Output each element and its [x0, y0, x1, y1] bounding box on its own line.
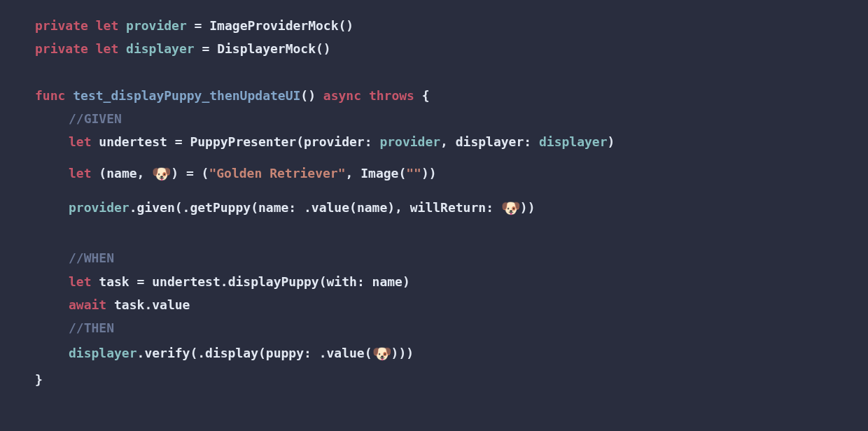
code-line: await task.value	[35, 293, 833, 316]
operator-assign: =	[167, 134, 190, 149]
type-image: Image	[360, 166, 398, 181]
code-line: private let displayer = DisplayerMock()	[35, 37, 833, 60]
code-line: provider.given(.getPuppy(name: .value(na…	[35, 195, 833, 223]
paren-close: )))	[391, 346, 414, 360]
string-literal-golden: "Golden Retriever"	[209, 166, 345, 181]
operator-assign: =	[195, 41, 218, 56]
keyword-let: let	[96, 18, 119, 33]
param-label-puppy: puppy	[266, 346, 304, 360]
paren-close: )	[402, 274, 410, 289]
paren-open: (	[296, 134, 304, 149]
method-given: given	[137, 200, 175, 215]
paren-close: ))	[421, 166, 437, 181]
identifier-task: task	[114, 297, 144, 312]
tuple-assign: ) = (	[171, 166, 209, 181]
code-line: displayer.verify(.display(puppy: .value(…	[35, 340, 833, 369]
code-editor[interactable]: private let provider = ImageProviderMock…	[35, 14, 833, 392]
arg-name: name	[372, 274, 402, 289]
type-displayermock: DisplayerMock	[217, 41, 316, 56]
param-label-displayer: displayer	[456, 134, 524, 149]
dog-emoji-icon: 🐶	[372, 345, 391, 362]
identifier-displayer: displayer	[126, 41, 195, 56]
identifier-provider: provider	[69, 200, 130, 215]
type-puppypresenter: PuppyPresenter	[190, 134, 296, 149]
operator-assign: =	[187, 18, 210, 33]
keyword-let: let	[96, 41, 119, 56]
dog-emoji-icon: 🐶	[501, 199, 520, 217]
identifier-undertest: undertest	[152, 274, 220, 289]
comment-given: //GIVEN	[69, 111, 122, 126]
param-label-name: name	[258, 200, 288, 215]
keyword-private: private	[35, 18, 88, 33]
operator-assign: =	[130, 274, 153, 289]
method-displaypuppy: displayPuppy	[228, 274, 319, 289]
param-value-provider: provider	[379, 134, 440, 149]
keyword-let: let	[69, 134, 92, 149]
var-name: name	[106, 166, 136, 181]
code-line: func test_displayPuppy_thenUpdateUI() as…	[35, 84, 833, 107]
code-line: //WHEN	[35, 246, 833, 269]
enum-value: value	[312, 200, 349, 215]
identifier-provider: provider	[126, 18, 187, 33]
paren-close: )	[608, 134, 615, 149]
paren-close: ))	[520, 200, 536, 215]
code-line: let undertest = PuppyPresenter(provider:…	[35, 130, 833, 153]
parens: ()	[339, 18, 354, 33]
spacing	[35, 154, 833, 160]
code-line: //GIVEN	[35, 107, 833, 130]
code-line: private let provider = ImageProviderMock…	[35, 14, 833, 37]
code-line: //THEN	[35, 316, 833, 339]
brace-close: }	[35, 372, 43, 387]
keyword-await: await	[69, 297, 106, 312]
code-line: let task = undertest.displayPuppy(with: …	[35, 270, 833, 293]
identifier-undertest: undertest	[99, 134, 167, 149]
parens: ()	[300, 88, 316, 103]
keyword-throws: throws	[369, 88, 414, 103]
blank-line	[35, 61, 833, 84]
comment-when: //WHEN	[69, 250, 114, 265]
comment-then: //THEN	[69, 320, 114, 335]
method-verify: verify	[144, 346, 190, 360]
enum-value: value	[327, 346, 365, 360]
code-line: let (name, 🐶) = ("Golden Retriever", Ima…	[35, 160, 833, 189]
dog-emoji-icon: 🐶	[152, 165, 171, 183]
param-label-willreturn: willReturn	[410, 200, 486, 215]
code-line: }	[35, 368, 833, 391]
keyword-let: let	[69, 274, 92, 289]
identifier-task: task	[99, 274, 129, 289]
blank-line	[35, 223, 833, 246]
function-name: test_displayPuppy_thenUpdateUI	[73, 88, 300, 103]
keyword-private: private	[35, 41, 88, 56]
parens: ()	[316, 41, 331, 56]
tuple-open: (	[92, 166, 107, 181]
identifier-displayer: displayer	[69, 346, 137, 360]
keyword-async: async	[323, 88, 361, 103]
string-literal-empty: ""	[406, 166, 421, 181]
keyword-func: func	[35, 88, 65, 103]
param-label-with: with	[327, 274, 357, 289]
arg-name: name	[357, 200, 387, 215]
brace-open: {	[414, 88, 430, 103]
param-label-provider: provider	[304, 134, 365, 149]
keyword-let: let	[69, 166, 92, 181]
property-value: value	[152, 297, 190, 312]
param-value-displayer: displayer	[539, 134, 608, 149]
enum-display: display	[205, 346, 258, 360]
type-imageprovidermock: ImageProviderMock	[209, 18, 338, 33]
enum-getpuppy: getPuppy	[190, 200, 251, 215]
spacing	[35, 188, 833, 195]
